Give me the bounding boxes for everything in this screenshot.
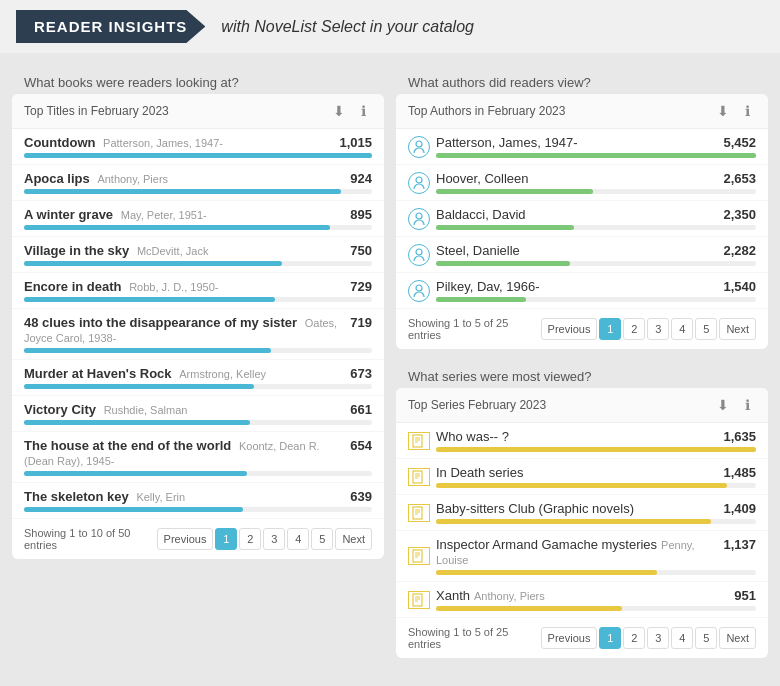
books-info-icon[interactable]: ℹ: [354, 102, 372, 120]
series-page-3[interactable]: 3: [647, 627, 669, 649]
author-bar-container: [436, 189, 756, 194]
authors-page-5[interactable]: 5: [695, 318, 717, 340]
book-row: The house at the end of the world Koontz…: [12, 432, 384, 483]
author-info: Steel, Danielle 2,282: [436, 243, 756, 266]
book-bar: [24, 348, 271, 353]
authors-page-3[interactable]: 3: [647, 318, 669, 340]
authors-panel: Top Authors in February 2023 ⬇ ℹ Patters…: [396, 94, 768, 349]
books-page-5[interactable]: 5: [311, 528, 333, 550]
author-bar: [436, 225, 574, 230]
book-bar-container: [24, 471, 372, 476]
series-bar: [436, 519, 711, 524]
book-title: Apoca lips Anthony, Piers: [24, 171, 168, 186]
books-pagination: Showing 1 to 10 of 50 entries Previous 1…: [12, 519, 384, 559]
books-panel: Top Titles in February 2023 ⬇ ℹ Countdow…: [12, 94, 384, 559]
series-count: 1,485: [723, 465, 756, 480]
svg-rect-5: [413, 435, 422, 447]
authors-pagination-controls: Previous 1 2 3 4 5 Next: [541, 318, 756, 340]
authors-panel-icons: ⬇ ℹ: [714, 102, 756, 120]
books-page-4[interactable]: 4: [287, 528, 309, 550]
author-name: Hoover, Colleen: [436, 171, 529, 186]
book-count: 639: [350, 489, 372, 504]
book-row: Apoca lips Anthony, Piers 924: [12, 165, 384, 201]
series-bar: [436, 447, 756, 452]
book-title: Countdown Patterson, James, 1947-: [24, 135, 223, 150]
header-badge: READER INSIGHTS: [16, 10, 205, 43]
series-page-4[interactable]: 4: [671, 627, 693, 649]
svg-rect-13: [413, 507, 422, 519]
series-row: Inspector Armand Gamache mysteriesPenny,…: [396, 531, 768, 582]
authors-page-1[interactable]: 1: [599, 318, 621, 340]
author-count: 2,282: [723, 243, 756, 258]
authors-info-icon[interactable]: ℹ: [738, 102, 756, 120]
book-bar-container: [24, 189, 372, 194]
author-bar-container: [436, 225, 756, 230]
series-download-icon[interactable]: ⬇: [714, 396, 732, 414]
author-bar: [436, 297, 526, 302]
series-bar-container: [436, 447, 756, 452]
svg-point-0: [416, 141, 422, 147]
author-name: Baldacci, David: [436, 207, 526, 222]
svg-rect-9: [413, 471, 422, 483]
books-page-1[interactable]: 1: [215, 528, 237, 550]
books-page-3[interactable]: 3: [263, 528, 285, 550]
authors-page-2[interactable]: 2: [623, 318, 645, 340]
series-row: Who was-- ? 1,635: [396, 423, 768, 459]
books-next-btn[interactable]: Next: [335, 528, 372, 550]
series-row: In Death series 1,485: [396, 459, 768, 495]
book-bar: [24, 384, 254, 389]
series-page-5[interactable]: 5: [695, 627, 717, 649]
book-title: The house at the end of the world Koontz…: [24, 438, 342, 468]
series-panel-title: Top Series February 2023: [408, 398, 546, 412]
book-bar-container: [24, 153, 372, 158]
books-download-icon[interactable]: ⬇: [330, 102, 348, 120]
book-bar-container: [24, 420, 372, 425]
book-count: 673: [350, 366, 372, 381]
book-bar: [24, 189, 341, 194]
series-next-btn[interactable]: Next: [719, 627, 756, 649]
series-title: Inspector Armand Gamache mysteriesPenny,…: [436, 537, 715, 567]
series-bar-container: [436, 606, 756, 611]
series-page-1[interactable]: 1: [599, 627, 621, 649]
author-name: Pilkey, Dav, 1966-: [436, 279, 540, 294]
author-count: 2,350: [723, 207, 756, 222]
book-bar: [24, 153, 372, 158]
author-count: 2,653: [723, 171, 756, 186]
series-book-icon: [408, 432, 430, 450]
book-bar-container: [24, 261, 372, 266]
authors-panel-title: Top Authors in February 2023: [408, 104, 565, 118]
series-panel-icons: ⬇ ℹ: [714, 396, 756, 414]
series-info-icon[interactable]: ℹ: [738, 396, 756, 414]
main-content: What books were readers looking at? Top …: [0, 53, 780, 670]
book-count: 895: [350, 207, 372, 222]
authors-download-icon[interactable]: ⬇: [714, 102, 732, 120]
book-bar: [24, 471, 247, 476]
authors-pagination: Showing 1 to 5 of 25 entries Previous 1 …: [396, 309, 768, 349]
series-page-2[interactable]: 2: [623, 627, 645, 649]
author-row: Baldacci, David 2,350: [396, 201, 768, 237]
book-title: Victory City Rushdie, Salman: [24, 402, 187, 417]
author-info: Baldacci, David 2,350: [436, 207, 756, 230]
series-pagination: Showing 1 to 5 of 25 entries Previous 1 …: [396, 618, 768, 658]
series-info: Inspector Armand Gamache mysteriesPenny,…: [436, 537, 756, 575]
svg-point-3: [416, 249, 422, 255]
author-name: Steel, Danielle: [436, 243, 520, 258]
book-title: A winter grave May, Peter, 1951-: [24, 207, 207, 222]
series-row: XanthAnthony, Piers 951: [396, 582, 768, 618]
author-count: 1,540: [723, 279, 756, 294]
series-book-icon: [408, 504, 430, 522]
authors-panel-header: Top Authors in February 2023 ⬇ ℹ: [396, 94, 768, 129]
authors-next-btn[interactable]: Next: [719, 318, 756, 340]
authors-entries-info: Showing 1 to 5 of 25 entries: [408, 317, 541, 341]
books-panel-title: Top Titles in February 2023: [24, 104, 169, 118]
series-count: 951: [734, 588, 756, 603]
books-pagination-controls: Previous 1 2 3 4 5 Next: [157, 528, 372, 550]
books-page-2[interactable]: 2: [239, 528, 261, 550]
authors-prev-btn[interactable]: Previous: [541, 318, 598, 340]
book-title: Village in the sky McDevitt, Jack: [24, 243, 208, 258]
books-prev-btn[interactable]: Previous: [157, 528, 214, 550]
author-bar-container: [436, 297, 756, 302]
author-row: Pilkey, Dav, 1966- 1,540: [396, 273, 768, 309]
authors-page-4[interactable]: 4: [671, 318, 693, 340]
series-prev-btn[interactable]: Previous: [541, 627, 598, 649]
